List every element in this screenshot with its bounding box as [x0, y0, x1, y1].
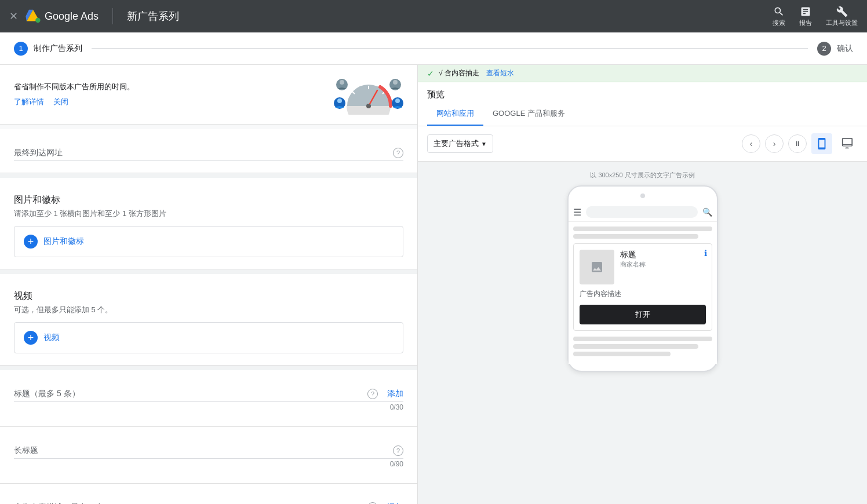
url-help-icon[interactable]: ?	[393, 148, 403, 158]
left-panel: 省省制作不同版本广告所用的时间。 了解详情 关闭	[0, 65, 417, 504]
nav-divider	[112, 8, 113, 24]
nav-right: 搜索 报告 工具与设置	[773, 6, 858, 27]
bottom-line-2	[573, 344, 698, 349]
ad-title: 标题	[620, 250, 706, 260]
format-dropdown[interactable]: 主要广告格式 ▼	[427, 134, 493, 153]
browser-bar: ☰ 🔍	[569, 203, 717, 222]
pause-button[interactable]: ⏸	[788, 134, 807, 153]
dropdown-chevron-icon: ▼	[481, 141, 487, 147]
search-label: 搜索	[773, 19, 785, 27]
right-panel: ✓ √ 含内容抽走 查看短水 预览 网站和应用 GOOGLE 产品和服务 主要广…	[417, 65, 867, 504]
step-2-circle: 2	[817, 42, 831, 56]
bottom-line-3	[573, 352, 671, 356]
final-url-label: 最终到达网址	[14, 148, 388, 158]
step-1[interactable]: 1 制作广告系列	[14, 42, 82, 56]
step-2[interactable]: 2 确认	[817, 42, 853, 56]
search-icon	[773, 6, 785, 17]
preview-caption: 以 300x250 尺寸展示的文字广告示例	[590, 171, 694, 180]
prev-button[interactable]: ‹	[742, 134, 760, 153]
ad-cta-button[interactable]: 打开	[580, 305, 706, 324]
content-info-banner: ✓ √ 含内容抽走 查看短水	[418, 65, 867, 82]
bottom-content-lines	[573, 337, 712, 356]
app-name: Google Ads	[45, 10, 99, 23]
phone-dot	[640, 193, 645, 198]
svg-point-12	[393, 80, 398, 85]
final-url-field[interactable]: 最终到达网址 ?	[14, 141, 403, 161]
nav-left: ✕ Google Ads 新广告系列	[9, 8, 179, 24]
title-help-icon[interactable]: ?	[367, 389, 378, 399]
content-line-1	[573, 227, 712, 231]
step-line	[92, 48, 808, 49]
preview-controls: 主要广告格式 ▼ ‹ › ⏸	[418, 126, 867, 162]
mobile-icon	[815, 137, 828, 150]
ad-card: ℹ 标题 商家名称 广告内容描述 打开	[573, 243, 712, 331]
divider-2	[0, 269, 417, 274]
image-placeholder-icon	[590, 260, 604, 274]
info-banner-link[interactable]: 查看短水	[486, 68, 514, 78]
tools-nav-item[interactable]: 工具与设置	[826, 6, 858, 27]
image-heading: 图片和徽标	[14, 194, 403, 206]
title-add-link[interactable]: 添加	[387, 389, 403, 399]
desktop-device-btn[interactable]	[837, 133, 858, 154]
divider-1	[0, 173, 417, 178]
ad-card-inner: 标题 商家名称	[580, 250, 706, 284]
svg-point-16	[395, 98, 400, 103]
url-bar	[586, 206, 698, 218]
video-subtitle: 可选，但最多只能添加 5 个。	[14, 305, 403, 315]
info-banner-section: 省省制作不同版本广告所用的时间。 了解详情 关闭	[0, 65, 417, 125]
main-layout: 省省制作不同版本广告所用的时间。 了解详情 关闭	[0, 65, 867, 504]
ad-info-icon: ℹ	[704, 249, 707, 258]
ad-subtitle: 商家名称	[620, 260, 706, 269]
desktop-icon	[841, 137, 854, 150]
page-title: 新广告系列	[127, 9, 179, 23]
add-image-box[interactable]: + 图片和徽标	[14, 226, 403, 257]
phone-bottom-space	[569, 364, 717, 371]
banner-illustration	[334, 74, 403, 115]
tab-google-products[interactable]: GOOGLE 产品和服务	[483, 103, 574, 126]
search-nav-item[interactable]: 搜索	[773, 6, 785, 27]
ad-description: 广告内容描述	[580, 289, 706, 299]
tab-website-apps[interactable]: 网站和应用	[427, 103, 483, 126]
preview-body: 以 300x250 尺寸展示的文字广告示例 ☰ 🔍	[418, 162, 867, 381]
svg-point-10	[340, 80, 344, 85]
image-section: 图片和徽标 请添加至少 1 张横向图片和至少 1 张方形图片 + 图片和徽标	[0, 178, 417, 269]
google-ads-logo: Google Ads	[25, 8, 99, 24]
menu-icon: ☰	[573, 207, 581, 218]
add-image-label: 图片和徽标	[43, 236, 84, 247]
svg-point-14	[337, 98, 342, 103]
mobile-device-btn[interactable]	[811, 133, 832, 154]
step-2-label: 确认	[837, 43, 853, 54]
reports-nav-item[interactable]: 报告	[799, 6, 812, 27]
svg-point-2	[35, 18, 40, 23]
long-title-char-count: 0/90	[14, 459, 403, 472]
format-label: 主要广告格式	[434, 138, 479, 149]
content-line-2	[573, 234, 698, 239]
banner-actions: 了解详情 关闭	[14, 97, 134, 107]
long-title-field-row[interactable]: 长标题 ?	[14, 439, 403, 459]
close-banner-link[interactable]: 关闭	[53, 97, 68, 107]
long-title-help-icon[interactable]: ?	[393, 445, 403, 456]
step-1-circle: 1	[14, 42, 28, 56]
video-section: 视频 可选，但最多只能添加 5 个。 + 视频	[0, 274, 417, 366]
add-video-box[interactable]: + 视频	[14, 322, 403, 353]
long-title-label: 长标题	[14, 445, 388, 456]
preview-tabs: 网站和应用 GOOGLE 产品和服务	[427, 103, 858, 126]
stepper: 1 制作广告系列 2 确认	[0, 32, 867, 65]
learn-more-link[interactable]: 了解详情	[14, 97, 44, 107]
svg-point-8	[366, 104, 371, 108]
step-1-label: 制作广告系列	[34, 43, 82, 54]
phone-mockup: ☰ 🔍 ℹ	[567, 185, 718, 372]
add-video-btn[interactable]: +	[24, 331, 38, 345]
close-icon[interactable]: ✕	[9, 10, 18, 23]
check-icon: ✓	[427, 69, 434, 78]
tools-label: 工具与设置	[826, 19, 858, 27]
preview-title: 预览	[427, 82, 858, 100]
title-field-row[interactable]: 标题（最多 5 条） ? 添加	[14, 382, 403, 402]
next-button[interactable]: ›	[765, 134, 784, 153]
ad-text: 标题 商家名称	[620, 250, 706, 269]
top-navigation: ✕ Google Ads 新广告系列 搜索 报告 工具与设置	[0, 0, 867, 32]
description-field-row[interactable]: 广告内容描述（最多 5 条） ? 添加	[14, 495, 403, 504]
add-image-btn[interactable]: +	[24, 235, 38, 249]
tools-icon	[836, 6, 848, 17]
browser-search-icon: 🔍	[702, 207, 712, 217]
